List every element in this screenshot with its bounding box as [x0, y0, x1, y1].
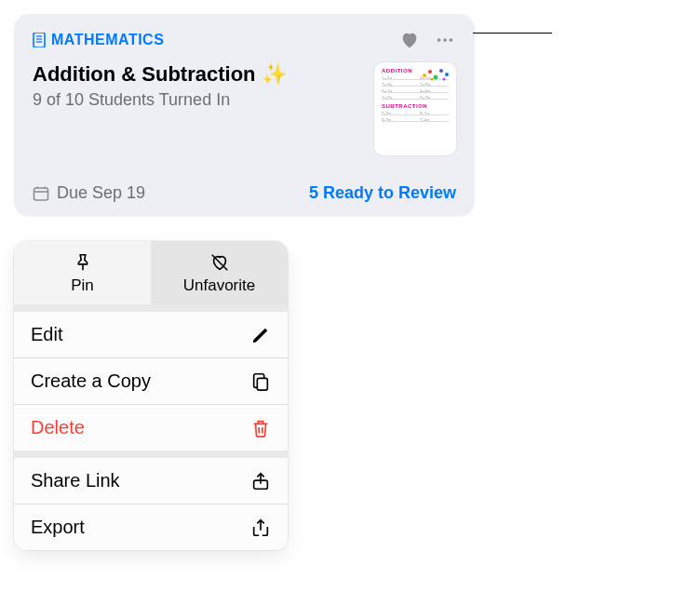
assignment-card: MATHEMATICS Addition & Subtraction ✨ 9 o…	[14, 14, 475, 216]
thumb-heading-2: SUBTRACTION	[382, 103, 449, 109]
pin-button[interactable]: Pin	[14, 241, 151, 304]
assignment-thumbnail[interactable]: ADDITION 1+2=_4+1=_ 3+3=_2+5=_ 6+1=_4+4=…	[374, 62, 456, 155]
menu-section-1: Edit Create a Copy Delete Share Link Exp…	[14, 304, 288, 550]
svg-point-7	[423, 74, 426, 77]
pin-label: Pin	[71, 276, 94, 294]
card-body: Addition & Subtraction ✨ 9 of 10 Student…	[33, 62, 456, 155]
pencil-icon	[250, 325, 271, 345]
callout-line	[473, 33, 552, 34]
export-icon	[250, 518, 271, 538]
export-label: Export	[31, 517, 250, 538]
share-label: Share Link	[31, 470, 250, 491]
menu-top-row: Pin Unfavorite	[14, 241, 288, 304]
assignment-title: Addition & Subtraction ✨	[33, 62, 367, 87]
copy-label: Create a Copy	[31, 370, 250, 392]
svg-point-12	[431, 78, 434, 81]
more-icon[interactable]	[434, 29, 456, 51]
unfavorite-button[interactable]: Unfavorite	[151, 241, 288, 304]
share-icon	[250, 471, 271, 491]
svg-rect-14	[34, 188, 48, 200]
copy-icon	[250, 371, 271, 392]
subject-badge[interactable]: MATHEMATICS	[33, 32, 164, 48]
delete-row[interactable]: Delete	[14, 404, 288, 451]
card-footer: Due Sep 19 5 Ready to Review	[33, 183, 456, 203]
turned-in-status: 9 of 10 Students Turned In	[33, 90, 367, 110]
pin-icon	[73, 252, 93, 273]
trash-icon	[250, 418, 271, 438]
calendar-icon	[33, 185, 49, 202]
export-row[interactable]: Export	[14, 504, 288, 550]
svg-point-8	[428, 70, 432, 74]
svg-point-4	[438, 38, 441, 42]
due-date: Due Sep 19	[33, 183, 145, 203]
edit-label: Edit	[31, 324, 250, 345]
share-link-row[interactable]: Share Link	[14, 451, 288, 504]
delete-label: Delete	[31, 417, 250, 438]
svg-point-5	[443, 38, 447, 42]
subject-label: MATHEMATICS	[51, 32, 164, 48]
unfavorite-label: Unfavorite	[183, 276, 255, 294]
svg-point-6	[450, 38, 453, 42]
context-menu: Pin Unfavorite Edit Create a Copy Delete	[14, 241, 288, 550]
svg-point-9	[434, 75, 438, 80]
copy-row[interactable]: Create a Copy	[14, 357, 288, 404]
heart-slash-icon	[209, 252, 230, 273]
svg-rect-0	[34, 33, 45, 47]
favorite-icon[interactable]	[398, 29, 421, 51]
svg-point-10	[439, 69, 443, 73]
due-label: Due Sep 19	[57, 183, 145, 203]
svg-point-13	[443, 78, 446, 81]
card-text: Addition & Subtraction ✨ 9 of 10 Student…	[33, 62, 367, 155]
edit-row[interactable]: Edit	[14, 304, 288, 357]
book-icon	[33, 33, 46, 47]
ready-to-review-link[interactable]: 5 Ready to Review	[309, 183, 456, 203]
svg-point-11	[445, 73, 449, 76]
svg-rect-20	[257, 378, 267, 390]
card-header: MATHEMATICS	[33, 29, 456, 51]
